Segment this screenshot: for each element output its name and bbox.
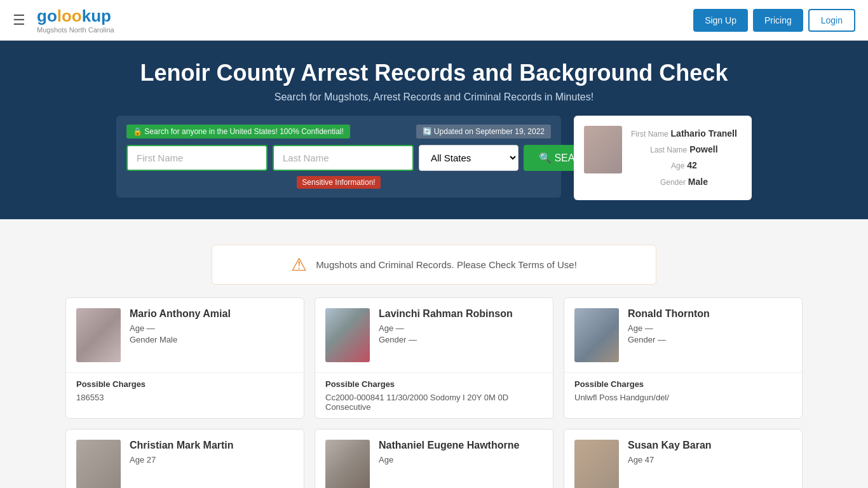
charge-text: Unlwfl Poss Handgun/del/ [574, 393, 792, 402]
featured-last-name: Last Name Powell [631, 142, 737, 158]
logo-subtitle: Mugshots North Carolina [37, 26, 114, 34]
logo[interactable]: golookup Mugshots North Carolina [37, 6, 114, 34]
sensitive-badge: Sensitive Information! [297, 176, 380, 189]
charge-text: Cc2000-000841 11/30/2000 Sodomy I 20Y 0M… [325, 393, 543, 412]
search-inputs: All StatesAlabamaAlaskaArizonaArkansasCa… [126, 145, 551, 171]
featured-avatar [584, 126, 622, 173]
people-grid: Mario Anthony Amial Age — Gender Male Po… [65, 297, 803, 488]
person-avatar [574, 308, 619, 362]
person-gender: Gender — [379, 335, 543, 344]
featured-first-name: First Name Lathario Tranell [631, 126, 737, 142]
charges-title: Possible Charges [325, 379, 543, 389]
person-age: Age — [379, 323, 543, 333]
logo-text: golookup [37, 6, 114, 26]
person-card[interactable]: Nathaniel Eugene Hawthorne Age [315, 429, 553, 488]
person-name: Mario Anthony Amial [130, 308, 294, 320]
person-avatar [325, 440, 370, 488]
pricing-button[interactable]: Pricing [753, 9, 803, 32]
person-card-top: Nathaniel Eugene Hawthorne Age [315, 430, 553, 488]
person-card-top: Susan Kay Baran Age 47 [564, 430, 802, 488]
first-name-input[interactable] [126, 145, 268, 171]
person-name: Ronald Thornton [628, 308, 792, 320]
person-card-top: Lavinchi Rahman Robinson Age — Gender — [315, 298, 553, 372]
person-name: Nathaniel Eugene Hawthorne [379, 440, 543, 451]
person-info: Susan Kay Baran Age 47 [628, 440, 792, 466]
page-title: Lenoir County Arrest Records and Backgro… [13, 60, 855, 86]
person-age: Age — [628, 323, 792, 333]
updated-badge: 🔄 Updated on September 19, 2022 [416, 125, 551, 139]
person-info: Nathaniel Eugene Hawthorne Age [379, 440, 543, 466]
person-age: Age 47 [628, 455, 792, 464]
menu-icon[interactable]: ☰ [13, 12, 25, 29]
person-name: Lavinchi Rahman Robinson [379, 308, 543, 320]
person-name: Susan Kay Baran [628, 440, 792, 451]
person-avatar [325, 308, 370, 362]
state-select[interactable]: All StatesAlabamaAlaskaArizonaArkansasCa… [419, 145, 519, 171]
warning-bar: ⚠ Mugshots and Criminal Records. Please … [212, 245, 656, 285]
page-subtitle: Search for Mugshots, Arrest Records and … [13, 92, 855, 103]
person-gender: Gender Male [130, 335, 294, 344]
signup-button[interactable]: Sign Up [693, 9, 748, 32]
search-box-top: 🔒 Search for anyone in the United States… [126, 125, 551, 139]
person-avatar [76, 440, 121, 488]
site-header: ☰ golookup Mugshots North Carolina Sign … [0, 0, 868, 41]
person-age: Age [379, 455, 543, 464]
person-card[interactable]: Susan Kay Baran Age 47 [564, 429, 803, 488]
person-info: Christian Mark Martin Age 27 [130, 440, 294, 466]
header-nav: Sign Up Pricing Login [693, 9, 855, 32]
person-info: Lavinchi Rahman Robinson Age — Gender — [379, 308, 543, 346]
confidential-badge: 🔒 Search for anyone in the United States… [126, 125, 350, 139]
person-card-charges: Possible Charges 186553 [66, 372, 304, 409]
person-avatar [76, 308, 121, 362]
featured-info: First Name Lathario Tranell Last Name Po… [631, 126, 737, 190]
hero-section: Lenoir County Arrest Records and Backgro… [0, 41, 868, 219]
person-info: Ronald Thornton Age — Gender — [628, 308, 792, 346]
person-card-charges: Possible Charges Unlwfl Poss Handgun/del… [564, 372, 802, 409]
featured-person-card[interactable]: First Name Lathario Tranell Last Name Po… [574, 116, 752, 200]
person-avatar [574, 440, 619, 488]
search-area: 🔒 Search for anyone in the United States… [13, 116, 855, 200]
person-card-top: Mario Anthony Amial Age — Gender Male [66, 298, 304, 372]
person-age: Age 27 [130, 455, 294, 464]
last-name-input[interactable] [273, 145, 414, 171]
person-gender: Gender — [628, 335, 792, 344]
person-card-charges: Possible Charges Cc2000-000841 11/30/200… [315, 372, 553, 418]
charges-title: Possible Charges [574, 379, 792, 389]
person-age: Age — [130, 323, 294, 333]
warning-icon: ⚠ [291, 254, 307, 275]
person-name: Christian Mark Martin [130, 440, 294, 451]
main-content: ⚠ Mugshots and Criminal Records. Please … [53, 219, 815, 488]
charges-title: Possible Charges [76, 379, 294, 389]
person-card[interactable]: Mario Anthony Amial Age — Gender Male Po… [65, 297, 304, 419]
person-card-top: Christian Mark Martin Age 27 [66, 430, 304, 488]
login-button[interactable]: Login [808, 9, 855, 32]
featured-gender: Gender Male [631, 174, 737, 190]
person-card[interactable]: Christian Mark Martin Age 27 [65, 429, 304, 488]
person-card-top: Ronald Thornton Age — Gender — [564, 298, 802, 372]
person-card[interactable]: Ronald Thornton Age — Gender — Possible … [564, 297, 803, 419]
person-card[interactable]: Lavinchi Rahman Robinson Age — Gender — … [315, 297, 553, 419]
featured-age: Age 42 [631, 158, 737, 173]
logo-highlight: loo [57, 6, 82, 25]
warning-text: Mugshots and Criminal Records. Please Ch… [316, 259, 577, 270]
person-info: Mario Anthony Amial Age — Gender Male [130, 308, 294, 346]
search-box: 🔒 Search for anyone in the United States… [116, 116, 561, 198]
header-left: ☰ golookup Mugshots North Carolina [13, 6, 114, 34]
charge-text: 186553 [76, 393, 294, 402]
